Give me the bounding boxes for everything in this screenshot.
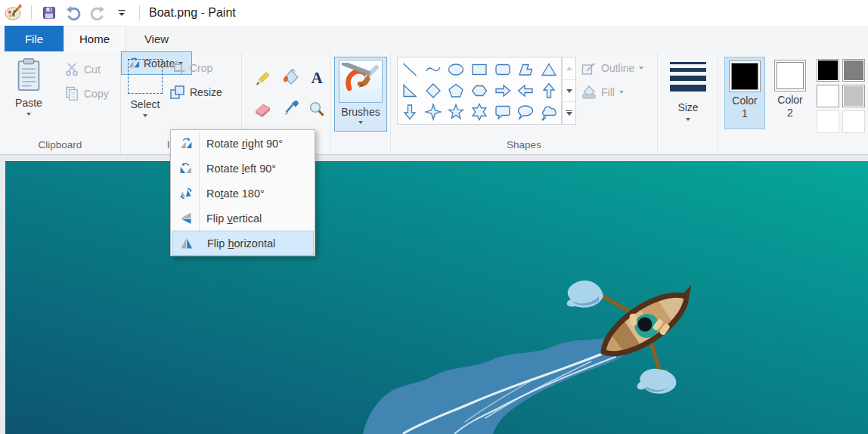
color-palette — [817, 59, 868, 133]
undo-icon[interactable] — [64, 3, 83, 23]
rotate-dropdown-menu: Rotate right 90° Rotate left 90° — [170, 129, 315, 256]
tab-file[interactable]: File — [5, 26, 64, 51]
paint-window: Boat.png - Paint File Home View Paste — [0, 0, 868, 434]
palette-swatch-light-gray[interactable] — [842, 85, 865, 107]
menu-item-rotate-180[interactable]: Rotate 180° — [172, 181, 314, 206]
color1-label: Color 1 — [732, 95, 757, 120]
select-icon — [128, 59, 163, 94]
shape-line-icon[interactable] — [398, 59, 422, 80]
flip-vertical-icon — [172, 212, 200, 225]
resize-icon — [169, 85, 185, 100]
color1-button[interactable]: Color 1 — [724, 57, 765, 129]
menu-item-rotate-left-90[interactable]: Rotate left 90° — [172, 156, 314, 181]
text-icon: A — [308, 69, 326, 87]
brushes-button[interactable]: Brushes — [334, 57, 387, 132]
palette-swatch-black[interactable] — [817, 59, 839, 82]
pencil-tool-button[interactable] — [253, 69, 272, 88]
shape-hexagon-icon[interactable] — [468, 80, 491, 101]
ribbon: Paste Cut Co — [0, 51, 868, 155]
palette-swatch-gray[interactable] — [842, 59, 865, 82]
fill-dropdown-caret — [619, 91, 624, 94]
shape-star-4-icon[interactable] — [422, 101, 445, 122]
outline-icon — [581, 60, 597, 76]
window-title: Boat.png - Paint — [149, 6, 236, 20]
tab-home[interactable]: Home — [64, 26, 126, 51]
cut-icon — [65, 62, 79, 76]
paint-logo-icon[interactable] — [4, 3, 23, 23]
group-shapes: Outline Fill Shapes — [391, 51, 658, 154]
fill-tool-button[interactable] — [281, 67, 301, 87]
title-bar: Boat.png - Paint — [0, 0, 868, 26]
paste-button[interactable]: Paste — [8, 57, 50, 133]
shapes-scroll-down-button[interactable] — [563, 80, 575, 103]
quick-access-toolbar — [0, 3, 143, 23]
copy-button[interactable]: Copy — [64, 85, 109, 101]
crop-label: Crop — [190, 62, 212, 74]
magnifier-tool-button[interactable] — [307, 100, 327, 119]
shape-callout-oval-icon[interactable] — [514, 101, 538, 122]
crop-button[interactable]: Crop — [171, 60, 212, 75]
group-colors: Color 1 Color 2 — [718, 51, 868, 154]
shape-arrow-left-icon[interactable] — [514, 80, 538, 101]
menu-item-rotate-right-90[interactable]: Rotate right 90° — [172, 131, 314, 156]
shape-arrow-right-icon[interactable] — [491, 80, 514, 101]
select-dropdown-caret — [143, 114, 147, 117]
shape-triangle-icon[interactable] — [537, 59, 560, 80]
shape-diamond-icon[interactable] — [422, 80, 445, 101]
shape-curve-icon[interactable] — [422, 59, 445, 80]
outline-label: Outline — [601, 62, 634, 74]
outline-dropdown-caret — [639, 67, 643, 70]
size-dropdown-caret — [686, 118, 690, 121]
shape-right-triangle-icon[interactable] — [398, 80, 422, 101]
magnifier-icon — [308, 101, 326, 119]
palette-swatch-white[interactable] — [817, 85, 839, 107]
eraser-tool-button[interactable] — [253, 100, 272, 119]
shape-rectangle-icon[interactable] — [468, 59, 491, 80]
crop-icon — [171, 60, 185, 75]
shapes-gallery — [397, 57, 562, 125]
copy-label: Copy — [84, 88, 109, 100]
outline-button[interactable]: Outline — [581, 60, 643, 76]
clipboard-group-label: Clipboard — [0, 139, 120, 150]
shapes-more-button[interactable] — [563, 102, 575, 124]
copy-icon — [64, 85, 79, 101]
menu-item-flip-vertical[interactable]: Flip vertical — [172, 206, 314, 231]
shapes-scroll-up-button[interactable] — [563, 57, 575, 80]
brush-icon — [339, 60, 383, 103]
shape-callout-rounded-icon[interactable] — [491, 101, 514, 122]
shape-pentagon-icon[interactable] — [445, 80, 468, 101]
fill-label: Fill — [601, 86, 615, 98]
color-picker-tool-button[interactable] — [281, 99, 301, 119]
shape-rounded-rectangle-icon[interactable] — [491, 59, 514, 80]
svg-text:A: A — [311, 69, 323, 87]
menu-item-flip-horizontal[interactable]: Flip horizontal — [172, 231, 314, 256]
palette-swatch-empty-slot[interactable] — [817, 110, 839, 133]
select-button[interactable]: Select — [126, 59, 165, 133]
boat-scene — [5, 161, 868, 434]
resize-button[interactable]: Resize — [169, 85, 222, 100]
shape-star-6-icon[interactable] — [468, 101, 491, 122]
save-icon[interactable] — [39, 3, 59, 23]
shape-ellipse-icon[interactable] — [445, 59, 468, 80]
shape-polygon-icon[interactable] — [514, 59, 538, 80]
pencil-icon — [253, 70, 271, 88]
cut-button[interactable]: Cut — [65, 62, 101, 76]
group-brushes: Brushes — [330, 51, 391, 154]
palette-swatch-empty-slot[interactable] — [842, 110, 865, 133]
fill-button[interactable]: Fill — [581, 85, 624, 100]
paste-dropdown-caret — [26, 113, 31, 116]
shape-arrow-down-icon[interactable] — [398, 101, 422, 122]
toolbar-options-icon[interactable] — [112, 3, 132, 23]
tab-view[interactable]: View — [126, 26, 188, 51]
color1-swatch — [729, 60, 761, 92]
redo-icon[interactable] — [88, 3, 107, 23]
rotate-left-90-icon — [172, 162, 200, 175]
size-button[interactable]: Size — [667, 57, 709, 133]
text-tool-button[interactable]: A — [307, 68, 327, 88]
shape-callout-cloud-icon[interactable] — [537, 101, 560, 122]
scroll-up-icon — [566, 67, 572, 70]
shape-star-5-icon[interactable] — [445, 101, 468, 122]
shape-arrow-up-icon[interactable] — [537, 80, 560, 101]
color2-button[interactable]: Color 2 — [770, 57, 811, 129]
drawing-canvas[interactable] — [5, 161, 868, 434]
